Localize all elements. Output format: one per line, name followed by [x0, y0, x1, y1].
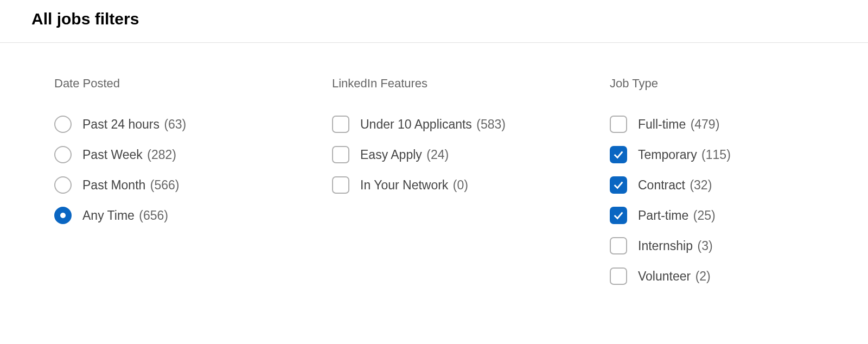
radio-icon: [54, 116, 72, 133]
option-count: (583): [476, 117, 506, 131]
radio-icon: [54, 207, 72, 224]
checkbox-option-in-your-network[interactable]: In Your Network (0): [332, 176, 610, 194]
option-label: Part-time: [638, 208, 688, 222]
option-label: Contract: [638, 178, 685, 192]
checkbox-icon: [332, 116, 349, 133]
option-count: (115): [701, 148, 731, 162]
option-label: Temporary: [638, 148, 697, 162]
option-count: (282): [147, 148, 176, 162]
option-count: (63): [164, 117, 186, 131]
option-count: (479): [691, 117, 720, 131]
options-linkedin-features: Under 10 Applicants (583) Easy Apply (24…: [332, 116, 610, 194]
checkbox-option-contract[interactable]: Contract (32): [610, 176, 859, 194]
option-label: Easy Apply: [360, 148, 422, 162]
checkbox-option-full-time[interactable]: Full-time (479): [610, 116, 859, 133]
filter-group-linkedin-features: LinkedIn Features Under 10 Applicants (5…: [332, 77, 610, 285]
checkbox-option-easy-apply[interactable]: Easy Apply (24): [332, 146, 610, 163]
filter-group-job-type: Job Type Full-time (479) Temporary (115): [610, 77, 859, 285]
checkbox-icon: [610, 146, 627, 163]
checkbox-option-part-time[interactable]: Part-time (25): [610, 207, 859, 224]
page-header: All jobs filters: [0, 0, 868, 43]
option-count: (0): [453, 178, 468, 192]
options-job-type: Full-time (479) Temporary (115) Contract…: [610, 116, 859, 285]
group-title-job-type: Job Type: [610, 77, 859, 91]
checkbox-icon: [332, 176, 349, 194]
checkbox-icon: [610, 176, 627, 194]
option-label: Full-time: [638, 117, 686, 131]
options-date-posted: Past 24 hours (63) Past Week (282) Past …: [54, 116, 332, 224]
option-count: (3): [697, 239, 712, 253]
checkbox-icon: [610, 267, 627, 285]
option-label: Past Week: [82, 148, 143, 162]
filter-group-date-posted: Date Posted Past 24 hours (63) Past Week…: [54, 77, 332, 285]
checkbox-icon: [610, 116, 627, 133]
radio-icon: [54, 146, 72, 163]
group-title-date-posted: Date Posted: [54, 77, 332, 91]
radio-icon: [54, 176, 72, 194]
checkbox-icon: [332, 146, 349, 163]
radio-option-past-week[interactable]: Past Week (282): [54, 146, 332, 163]
option-label: Volunteer: [638, 269, 691, 283]
radio-option-past-month[interactable]: Past Month (566): [54, 176, 332, 194]
checkbox-icon: [610, 237, 627, 254]
option-count: (566): [150, 178, 180, 192]
option-label: Past Month: [82, 178, 145, 192]
option-label: In Your Network: [360, 178, 448, 192]
checkbox-option-temporary[interactable]: Temporary (115): [610, 146, 859, 163]
page-title: All jobs filters: [31, 10, 868, 28]
option-count: (25): [693, 208, 716, 222]
checkbox-option-under-10-applicants[interactable]: Under 10 Applicants (583): [332, 116, 610, 133]
checkbox-option-internship[interactable]: Internship (3): [610, 237, 859, 254]
radio-option-past-24-hours[interactable]: Past 24 hours (63): [54, 116, 332, 133]
checkbox-icon: [610, 207, 627, 224]
group-title-linkedin-features: LinkedIn Features: [332, 77, 610, 91]
radio-option-any-time[interactable]: Any Time (656): [54, 207, 332, 224]
option-count: (2): [695, 269, 711, 283]
option-label: Internship: [638, 239, 693, 253]
filters-content: Date Posted Past 24 hours (63) Past Week…: [0, 43, 868, 285]
option-count: (24): [426, 148, 449, 162]
option-count: (32): [690, 178, 712, 192]
option-count: (656): [139, 208, 168, 222]
option-label: Past 24 hours: [82, 117, 159, 131]
checkbox-option-volunteer[interactable]: Volunteer (2): [610, 267, 859, 285]
option-label: Any Time: [82, 208, 135, 222]
option-label: Under 10 Applicants: [360, 117, 472, 131]
